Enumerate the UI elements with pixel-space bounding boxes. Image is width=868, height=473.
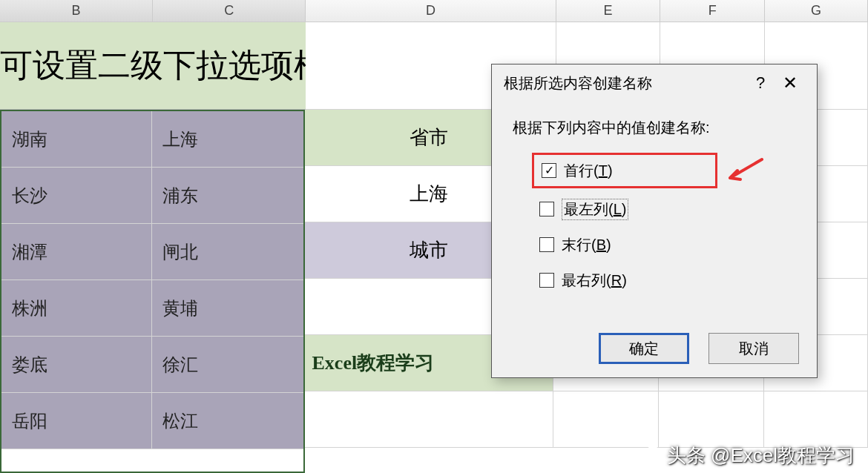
- data-cell[interactable]: 娄底: [1, 337, 152, 393]
- data-cell[interactable]: 徐汇: [152, 337, 303, 393]
- column-header-c[interactable]: C: [153, 0, 306, 22]
- merged-title-cell[interactable]: 可设置二级下拉选项框: [0, 22, 306, 110]
- table-row: 株洲 黄埔: [1, 280, 303, 337]
- checkbox-row-top-row[interactable]: ✓ 首行(T): [532, 153, 717, 188]
- selected-range[interactable]: 湖南 上海 长沙 浦东 湘潭 闸北 株洲 黄埔 娄底 徐汇 岳阳 松江: [0, 110, 305, 473]
- ok-button[interactable]: 确定: [599, 333, 689, 364]
- data-cell[interactable]: 湘潭: [1, 224, 152, 280]
- checkbox-label: 最左列(L): [562, 199, 628, 220]
- checkbox-label: 首行(T): [564, 161, 613, 181]
- close-icon[interactable]: ✕: [775, 73, 805, 93]
- create-names-dialog: 根据所选内容创建名称 ? ✕ 根据下列内容中的值创建名称: ✓ 首行(T) 最左…: [491, 64, 818, 378]
- data-cell[interactable]: 株洲: [1, 280, 152, 337]
- column-header-g[interactable]: G: [765, 0, 868, 22]
- data-cell[interactable]: 上海: [152, 111, 303, 168]
- grid-cell[interactable]: [764, 391, 868, 448]
- column-headers-bar: B C D E F G: [0, 0, 868, 22]
- cancel-button[interactable]: 取消: [708, 333, 799, 364]
- data-cell[interactable]: 长沙: [1, 168, 152, 224]
- checkbox-label: 最右列(R): [562, 271, 627, 291]
- help-icon[interactable]: ?: [746, 73, 775, 93]
- grid-cell[interactable]: [659, 391, 764, 448]
- checkbox-label: 末行(B): [562, 235, 611, 255]
- data-cell[interactable]: 湖南: [1, 111, 152, 168]
- data-cell[interactable]: 岳阳: [1, 393, 152, 449]
- checkbox-group: ✓ 首行(T) 最左列(L) 末行(B) 最右列(R): [513, 153, 796, 298]
- table-row: 娄底 徐汇: [1, 337, 303, 393]
- table-row: 湘潭 闸北: [1, 224, 303, 280]
- table-row: 湖南 上海: [1, 111, 303, 168]
- column-header-f[interactable]: F: [660, 0, 765, 22]
- checkbox-row-left-col[interactable]: 最左列(L): [532, 191, 796, 227]
- watermark: 头条 @Excel教程学习: [643, 443, 855, 469]
- column-header-d[interactable]: D: [306, 0, 556, 22]
- checkbox-icon[interactable]: [539, 273, 554, 288]
- data-cell[interactable]: 松江: [152, 393, 303, 449]
- data-cell[interactable]: 黄埔: [152, 280, 303, 337]
- watermark-text: 头条 @Excel教程学习: [667, 443, 855, 469]
- dialog-instruction-label: 根据下列内容中的值创建名称:: [513, 118, 796, 138]
- table-row: 长沙 浦东: [1, 168, 303, 224]
- checkbox-icon[interactable]: [539, 237, 554, 252]
- dialog-title-text: 根据所选内容创建名称: [504, 73, 746, 93]
- watermark-logo-icon: [643, 446, 662, 466]
- checkbox-icon[interactable]: [539, 202, 554, 216]
- table-row: 岳阳 松江: [1, 393, 303, 449]
- checkbox-row-right-col[interactable]: 最右列(R): [532, 262, 796, 298]
- column-header-b[interactable]: B: [0, 0, 153, 22]
- dialog-titlebar[interactable]: 根据所选内容创建名称 ? ✕: [492, 64, 817, 102]
- data-cell[interactable]: 浦东: [152, 168, 303, 224]
- grid-cell[interactable]: [553, 391, 659, 448]
- checkbox-row-bottom-row[interactable]: 末行(B): [532, 227, 796, 262]
- column-header-e[interactable]: E: [556, 0, 661, 22]
- checkbox-icon[interactable]: ✓: [542, 163, 556, 178]
- data-cell[interactable]: [305, 391, 553, 448]
- data-cell[interactable]: 闸北: [152, 224, 303, 280]
